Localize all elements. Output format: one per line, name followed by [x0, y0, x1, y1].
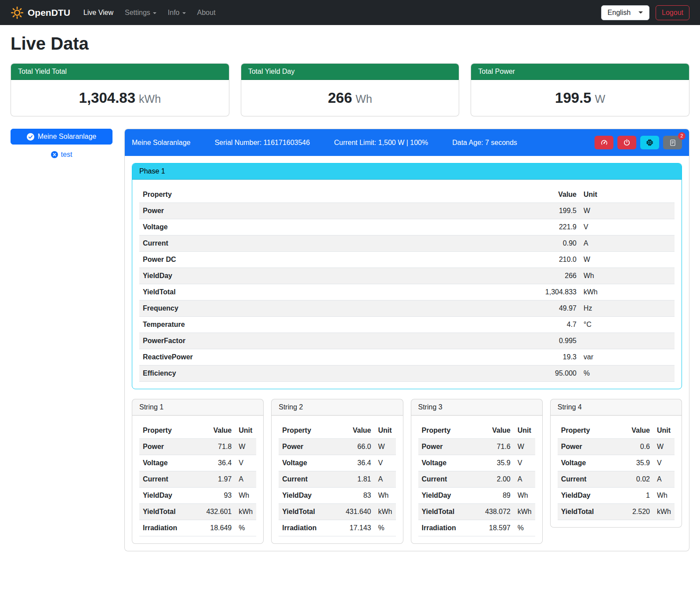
value-cell: 49.97	[403, 300, 580, 317]
string-card-title: String 3	[411, 399, 542, 416]
value-cell: 95.000	[403, 365, 580, 382]
limit-settings-button[interactable]	[595, 136, 613, 149]
chevron-down-icon	[182, 12, 186, 14]
value-cell: 221.9	[403, 219, 580, 235]
event-log-button[interactable]: 2	[663, 136, 682, 149]
phase-card-body: Property Value Unit Power199.5WVoltage22…	[132, 180, 682, 382]
property-cell: YieldTotal	[418, 504, 475, 520]
table-row: Current0.02A	[558, 471, 675, 488]
property-cell: Current	[558, 471, 614, 488]
unit-cell: kWh	[375, 504, 396, 520]
table-row: Current1.97A	[139, 471, 256, 488]
chevron-down-icon	[638, 11, 643, 14]
table-row: Current0.90A	[139, 235, 675, 252]
inverter-name: Meine Solaranlage	[132, 139, 190, 147]
unit-cell: V	[514, 455, 535, 471]
property-cell: Power	[139, 203, 403, 219]
unit-cell: V	[580, 219, 675, 235]
nav-item-info[interactable]: Info	[163, 5, 190, 20]
table-row: Voltage221.9V	[139, 219, 675, 235]
value-cell: 432.601	[196, 504, 235, 520]
summary-cards-row: Total Yield Total 1,304.83kWh Total Yiel…	[11, 63, 689, 116]
value-cell: 0.02	[614, 471, 653, 488]
card-body: 199.5W	[471, 80, 689, 116]
col-unit: Unit	[235, 423, 256, 439]
unit-cell: %	[375, 520, 396, 536]
property-cell: Power	[418, 439, 475, 455]
col-value: Value	[335, 423, 375, 439]
table-row: Power199.5W	[139, 203, 675, 219]
table-row: Irradiation17.143%	[279, 520, 395, 536]
property-cell: Voltage	[139, 219, 403, 235]
sidebar-item-test[interactable]: test	[11, 151, 112, 159]
table-row: Efficiency95.000%	[139, 365, 675, 382]
value-cell: 1.97	[196, 471, 235, 488]
nav-item-settings[interactable]: Settings	[120, 5, 161, 20]
unit-cell: V	[235, 455, 256, 471]
table-row: ReactivePower19.3var	[139, 349, 675, 365]
journal-icon	[669, 139, 676, 146]
value-cell: 36.4	[335, 455, 375, 471]
table-row: Current2.00A	[418, 471, 535, 488]
string-table: Property Value Unit Power0.6WVoltage35.9…	[558, 423, 675, 520]
power-button[interactable]	[617, 136, 636, 149]
value-cell: 71.8	[196, 439, 235, 455]
property-cell: Power DC	[139, 252, 403, 268]
value-cell: 18.649	[196, 520, 235, 536]
inverter-select-button[interactable]: Meine Solaranlage	[11, 129, 112, 145]
unit-cell: Hz	[580, 300, 675, 317]
table-row: YieldDay89Wh	[418, 488, 535, 504]
property-cell: Irradiation	[139, 520, 196, 536]
string-table-body: Power0.6WVoltage35.9VCurrent0.02AYieldDa…	[558, 439, 675, 520]
value-cell: 2.00	[475, 471, 514, 488]
col-property: Property	[558, 423, 614, 439]
string-card: String 4 Property Value Unit Power0.6WVo…	[550, 399, 682, 528]
brand-label: OpenDTU	[28, 7, 70, 18]
total-power-card: Total Power 199.5W	[471, 63, 689, 116]
unit-cell: A	[235, 471, 256, 488]
property-cell: Voltage	[418, 455, 475, 471]
page-container: Live Data Total Yield Total 1,304.83kWh …	[0, 25, 700, 562]
col-unit: Unit	[653, 423, 675, 439]
col-unit: Unit	[580, 187, 675, 203]
device-info-button[interactable]	[640, 136, 659, 149]
string-table-body: Power66.0WVoltage36.4VCurrent1.81AYieldD…	[279, 439, 395, 536]
property-cell: YieldDay	[279, 488, 335, 504]
nav-item-live-view[interactable]: Live View	[79, 5, 118, 20]
value-cell: 1,304.833	[403, 284, 580, 300]
unit-cell: A	[653, 471, 675, 488]
value-cell: 431.640	[335, 504, 375, 520]
property-cell: YieldTotal	[279, 504, 335, 520]
string-card-body: Property Value Unit Power66.0WVoltage36.…	[272, 416, 403, 536]
nav-item-about[interactable]: About	[193, 5, 220, 20]
table-header-row: Property Value Unit	[139, 187, 675, 203]
col-value: Value	[196, 423, 235, 439]
unit-cell: V	[375, 455, 396, 471]
string-card-title: String 1	[132, 399, 263, 416]
logout-button[interactable]: Logout	[656, 5, 689, 20]
table-row: YieldDay83Wh	[279, 488, 395, 504]
string-card: String 1 Property Value Unit Power71.8WV…	[132, 399, 264, 544]
navbar: OpenDTU Live View Settings Info About En…	[0, 0, 700, 25]
speedometer-icon	[600, 139, 608, 147]
power-icon	[623, 139, 631, 146]
value-cell: 71.6	[475, 439, 514, 455]
unit-cell: A	[375, 471, 396, 488]
col-property: Property	[139, 187, 403, 203]
language-select[interactable]: English	[601, 5, 649, 20]
value-cell: 0.90	[403, 235, 580, 252]
property-cell: Irradiation	[279, 520, 335, 536]
property-cell: Voltage	[558, 455, 614, 471]
sidebar: Meine Solaranlage test	[11, 129, 112, 159]
property-cell: YieldDay	[558, 488, 614, 504]
table-row: YieldTotal432.601kWh	[139, 504, 256, 520]
value-cell: 438.072	[475, 504, 514, 520]
main-row: Meine Solaranlage test Meine Solaranlage…	[11, 129, 689, 551]
table-row: YieldTotal1,304.833kWh	[139, 284, 675, 300]
property-cell: Current	[279, 471, 335, 488]
card-unit: W	[595, 93, 606, 105]
brand[interactable]: OpenDTU	[11, 6, 70, 19]
property-cell: Power	[139, 439, 196, 455]
table-row: PowerFactor0.995	[139, 333, 675, 349]
table-header-row: Property Value Unit	[418, 423, 535, 439]
